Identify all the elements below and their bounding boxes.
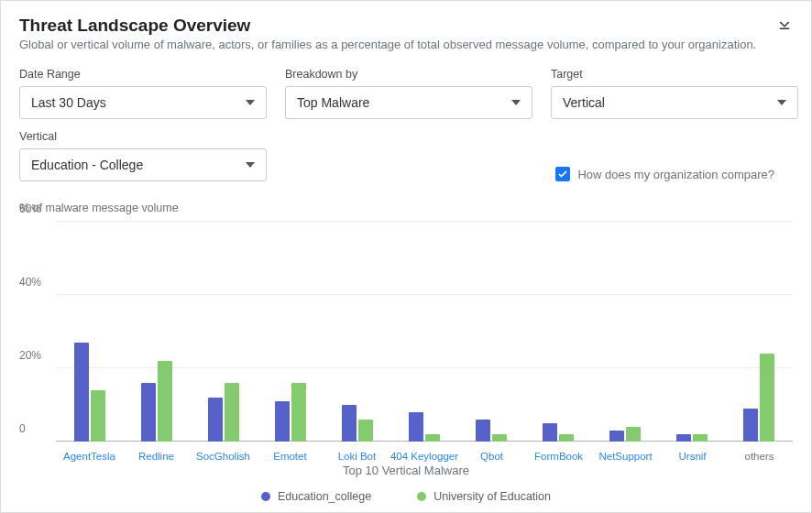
vertical-filter: Vertical Education - College [19,130,267,181]
bar[interactable] [342,405,357,442]
x-axis-title: Top 10 Vertical Malware [19,464,793,477]
legend-item-0: Education_college [261,490,371,503]
page-subtitle: Global or vertical volume of malware, ac… [19,38,756,51]
bar-group [324,222,390,442]
target-value: Vertical [563,95,605,110]
chevron-down-icon [246,100,255,105]
bar[interactable] [74,343,89,442]
bar-group [390,222,457,442]
header-text: Threat Landscape Overview Global or vert… [19,16,756,51]
category-label[interactable]: Qbot [458,451,525,462]
page-title: Threat Landscape Overview [19,16,756,36]
bar[interactable] [425,434,440,442]
category-labels: AgentTeslaRedlineSocGholishEmotetLoki Bo… [56,451,793,462]
bar-group [123,222,190,442]
legend-item-1: University of Education [417,490,551,503]
date-range-select[interactable]: Last 30 Days [19,86,267,119]
download-icon[interactable] [776,16,793,36]
date-range-filter: Date Range Last 30 Days [19,68,267,119]
y-tick: 20% [19,349,41,362]
category-label[interactable]: Emotet [257,451,324,462]
bar-group [525,222,592,442]
bar[interactable] [492,434,507,442]
bar-group [190,222,257,442]
breakdown-value: Top Malware [297,95,369,110]
y-tick: 60% [19,202,41,215]
bar[interactable] [609,431,624,442]
bar[interactable] [141,383,156,442]
category-label: others [726,451,793,462]
chevron-down-icon [777,100,786,105]
chart-area: AgentTeslaRedlineSocGholishEmotetLoki Bo… [19,222,793,460]
legend-label-0: Education_college [278,490,371,503]
bar[interactable] [275,401,290,442]
category-label[interactable]: 404 Keylogger [390,451,458,462]
bar[interactable] [543,423,557,442]
category-label[interactable]: AgentTesla [56,451,123,462]
bar[interactable] [693,434,708,442]
target-label: Target [551,68,798,81]
date-range-value: Last 30 Days [31,95,106,110]
bar[interactable] [358,420,373,442]
category-label[interactable]: FormBook [525,451,592,462]
bar[interactable] [760,354,774,442]
bar[interactable] [225,383,239,442]
bar[interactable] [743,409,758,442]
bar[interactable] [626,427,641,442]
filters-row-1: Date Range Last 30 Days Breakdown by Top… [19,68,793,119]
legend-label-1: University of Education [433,490,551,503]
bar-group [592,222,659,442]
legend-swatch-icon [261,492,270,501]
compare-toggle[interactable]: How does my organization compare? [555,167,774,181]
legend: Education_college University of Educatio… [19,490,793,503]
breakdown-filter: Breakdown by Top Malware [285,68,532,119]
chevron-down-icon [511,100,521,105]
y-tick: 40% [19,276,41,289]
y-tick: 0 [19,422,26,435]
panel-header: Threat Landscape Overview Global or vert… [19,16,793,51]
checkbox-checked-icon [555,167,570,181]
y-axis-label: % of malware message volume [19,202,793,214]
vertical-value: Education - College [31,158,143,172]
bar[interactable] [91,390,105,442]
category-label[interactable]: SocGholish [190,451,257,462]
bar[interactable] [409,412,423,442]
category-label[interactable]: Loki Bot [324,451,390,462]
target-select[interactable]: Vertical [551,86,798,119]
bar[interactable] [676,434,691,442]
category-label[interactable]: Redline [123,451,190,462]
breakdown-label: Breakdown by [285,68,532,81]
category-label[interactable]: Ursnif [659,451,726,462]
bar-group [726,222,793,442]
vertical-select[interactable]: Education - College [19,148,267,181]
breakdown-select[interactable]: Top Malware [285,86,532,119]
legend-swatch-icon [417,492,426,501]
bar-group [56,222,123,442]
chevron-down-icon [246,162,255,168]
bar[interactable] [291,383,306,442]
compare-label: How does my organization compare? [577,168,774,181]
bar[interactable] [158,361,172,442]
bar[interactable] [208,398,223,442]
bar-group [458,222,525,442]
bar-group [659,222,726,442]
vertical-label: Vertical [19,130,267,143]
target-filter: Target Vertical [551,68,798,119]
bars-container [56,222,793,442]
category-label[interactable]: NetSupport [592,451,659,462]
date-range-label: Date Range [19,68,267,81]
filters-row-2: Vertical Education - College How does my… [19,130,793,181]
threat-landscape-panel: Threat Landscape Overview Global or vert… [0,0,812,513]
bar[interactable] [476,420,490,442]
bar[interactable] [559,434,574,442]
bar-group [257,222,324,442]
